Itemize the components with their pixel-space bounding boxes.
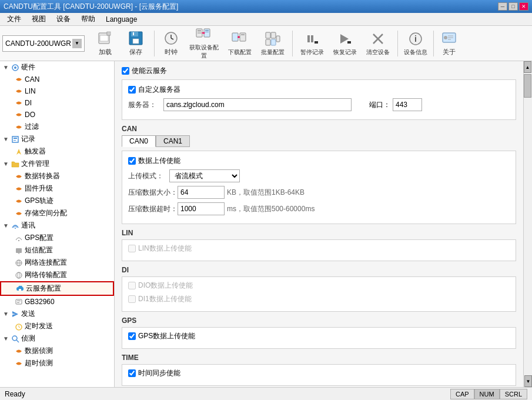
load-button[interactable]: 加载 bbox=[91, 28, 120, 59]
tree-item-timeout-detect[interactable]: 超时侦测 bbox=[0, 357, 114, 369]
svg-rect-49 bbox=[16, 248, 22, 253]
upload-mode-label: 上传模式： bbox=[128, 171, 169, 181]
gps-upload-checkbox[interactable] bbox=[128, 332, 136, 340]
di-section-title: DI bbox=[122, 266, 516, 274]
svg-rect-5 bbox=[133, 39, 139, 44]
statusbar: Ready CAP NUM SCRL bbox=[0, 387, 532, 400]
tree-item-hardware[interactable]: ▼ 硬件 bbox=[0, 61, 114, 74]
tree-item-storage[interactable]: 存储空间分配 bbox=[0, 207, 114, 219]
record-expand-icon: ▼ bbox=[1, 136, 11, 142]
maximize-button[interactable]: □ bbox=[508, 2, 518, 11]
titlebar: CANDTU配置工具 [CANDTU-200UWGR] - [云服务配置] ─ … bbox=[0, 0, 532, 13]
tree-item-can[interactable]: CAN bbox=[0, 74, 114, 85]
svg-rect-6 bbox=[133, 32, 134, 35]
comm-expand-icon: ▼ bbox=[1, 222, 11, 229]
close-button[interactable]: ✕ bbox=[519, 2, 528, 11]
about-icon bbox=[441, 30, 457, 46]
filemanage-expand-icon: ▼ bbox=[1, 161, 11, 167]
time-sync-checkbox[interactable] bbox=[128, 369, 136, 377]
device-selector[interactable]: CANDTU-200UWGR ▼ bbox=[2, 35, 85, 52]
tree-item-net-transfer[interactable]: 网络传输配置 bbox=[0, 269, 114, 281]
hardware-expand-icon: ▼ bbox=[1, 64, 11, 71]
lin-label: LIN bbox=[24, 87, 36, 95]
can1-tab[interactable]: CAN1 bbox=[156, 135, 190, 147]
tree-item-dataconvert[interactable]: 数据转换器 bbox=[0, 170, 114, 182]
svg-point-48 bbox=[18, 240, 19, 241]
do-label: DO bbox=[24, 111, 35, 119]
can-section-title: CAN bbox=[122, 125, 516, 133]
can0-tab[interactable]: CAN0 bbox=[122, 135, 156, 147]
tree-item-cloud-config[interactable]: 云服务配置 bbox=[0, 281, 114, 296]
scroll-up-arrow[interactable]: ▲ bbox=[524, 61, 531, 73]
svg-rect-56 bbox=[19, 289, 21, 291]
clock-button[interactable]: 时钟 bbox=[158, 28, 184, 59]
tree-item-network-config[interactable]: 网络连接配置 bbox=[0, 256, 114, 269]
port-input[interactable] bbox=[393, 98, 422, 111]
menu-help[interactable]: 帮助 bbox=[76, 13, 100, 25]
tree-item-di[interactable]: DI bbox=[0, 97, 114, 109]
enable-cloud-checkbox[interactable] bbox=[122, 67, 129, 75]
menu-file[interactable]: 文件 bbox=[2, 13, 26, 25]
tree-item-filemanage[interactable]: ▼ 文件管理 bbox=[0, 158, 114, 170]
restore-record-button[interactable]: 恢复记录 bbox=[329, 28, 361, 59]
pause-record-button[interactable]: 暂停记录 bbox=[296, 28, 328, 59]
batch-config-button[interactable]: 批量配置 bbox=[257, 28, 289, 59]
svg-point-42 bbox=[14, 66, 16, 69]
minimize-button[interactable]: ─ bbox=[498, 2, 507, 11]
tree-item-lin[interactable]: LIN bbox=[0, 85, 114, 97]
menu-language[interactable]: Language bbox=[101, 14, 142, 25]
svg-rect-22 bbox=[266, 32, 270, 38]
device-selector-arrow[interactable]: ▼ bbox=[72, 39, 82, 48]
num-indicator: NUM bbox=[474, 389, 500, 399]
tree-item-record[interactable]: ▼ 记录 bbox=[0, 133, 114, 145]
lin-upload-label: LIN数据上传使能 bbox=[138, 244, 192, 254]
tree-item-timed-send[interactable]: 定时发送 bbox=[0, 320, 114, 332]
save-button[interactable]: 保存 bbox=[121, 28, 150, 59]
svg-point-37 bbox=[444, 36, 447, 39]
download-config-button[interactable]: 下载配置 bbox=[224, 28, 256, 59]
about-button[interactable]: 关于 bbox=[437, 28, 461, 59]
svg-text:i: i bbox=[414, 34, 417, 44]
time-section-title: TIME bbox=[122, 354, 516, 362]
tree-item-comm[interactable]: ▼ 通讯 bbox=[0, 219, 114, 232]
compress-timeout-input[interactable] bbox=[178, 202, 225, 215]
tree-item-gb32960[interactable]: GB32960 bbox=[0, 296, 114, 308]
menu-device[interactable]: 设备 bbox=[52, 13, 75, 25]
svg-rect-23 bbox=[271, 32, 276, 38]
tree-item-do[interactable]: DO bbox=[0, 109, 114, 121]
device-info-button[interactable]: i 设备信息 bbox=[401, 28, 430, 59]
upload-mode-select[interactable]: 省流模式 实时模式 定时模式 bbox=[169, 169, 240, 182]
di1-upload-checkbox[interactable] bbox=[128, 295, 136, 303]
tree-item-trigger[interactable]: 触发器 bbox=[0, 145, 114, 158]
upload-enable-checkbox[interactable] bbox=[128, 157, 136, 165]
content-scrollbar[interactable]: ▲ ▼ bbox=[523, 61, 532, 387]
menu-view[interactable]: 视图 bbox=[27, 13, 51, 25]
toolbar-sep1 bbox=[154, 31, 155, 56]
download-config-icon bbox=[232, 31, 248, 47]
get-config-button[interactable]: 获取设备配置 bbox=[185, 28, 223, 59]
tree-item-sms-config[interactable]: 短信配置 bbox=[0, 244, 114, 256]
record-icon bbox=[11, 135, 20, 144]
custom-server-checkbox[interactable] bbox=[128, 86, 136, 94]
compress-size-input[interactable] bbox=[178, 186, 225, 199]
tree-item-firmware[interactable]: 固件升级 bbox=[0, 182, 114, 195]
tree-item-send[interactable]: ▼ 发送 bbox=[0, 308, 114, 320]
gps-track-label: GPS轨迹 bbox=[24, 196, 53, 206]
tree-item-gps-track[interactable]: GPS轨迹 bbox=[0, 195, 114, 207]
dataconvert-label: 数据转换器 bbox=[24, 171, 60, 181]
svg-rect-44 bbox=[14, 138, 17, 139]
tree-item-data-detect[interactable]: 数据侦测 bbox=[0, 345, 114, 357]
scroll-down-arrow[interactable]: ▼ bbox=[524, 375, 532, 387]
dio-upload-checkbox[interactable] bbox=[128, 282, 136, 289]
tree-item-gps-config[interactable]: GPS配置 bbox=[0, 232, 114, 244]
server-input[interactable] bbox=[163, 98, 352, 111]
tree-item-detect[interactable]: ▼ 侦测 bbox=[0, 332, 114, 345]
clear-device-button[interactable]: 清空设备 bbox=[362, 28, 394, 59]
clear-device-label: 清空设备 bbox=[366, 48, 390, 56]
scroll-thumb[interactable] bbox=[524, 74, 531, 98]
svg-rect-27 bbox=[307, 35, 310, 42]
storage-label: 存储空间分配 bbox=[24, 208, 67, 218]
lin-upload-checkbox[interactable] bbox=[128, 245, 136, 252]
tree-item-filter[interactable]: 过滤 bbox=[0, 121, 114, 133]
send-expand-icon: ▼ bbox=[1, 311, 11, 317]
